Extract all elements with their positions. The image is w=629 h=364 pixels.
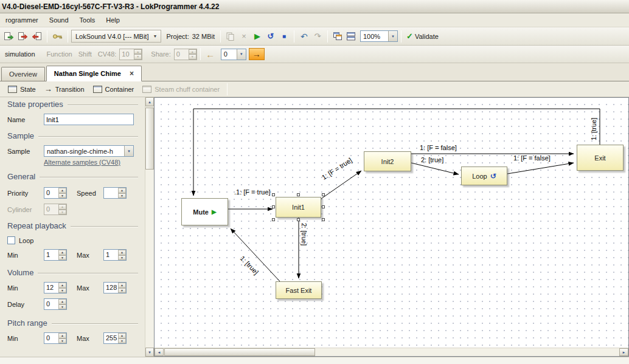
step-down-icon[interactable]: ▼: [58, 288, 66, 294]
menu-programmer[interactable]: rogrammer: [0, 13, 44, 27]
step-up-icon[interactable]: ▲: [118, 250, 126, 255]
open-project-button[interactable]: [2, 29, 16, 44]
step-up-icon[interactable]: ▲: [58, 283, 66, 288]
priority-stepper[interactable]: 0 ▲ ▼: [44, 187, 67, 199]
state-loop[interactable]: Loop ↺: [461, 167, 507, 185]
sample-row: Sample nathan-single-chime-h ▼: [7, 145, 138, 157]
tab-overview[interactable]: Overview: [1, 67, 45, 81]
chevron-down-icon[interactable]: ▼: [388, 31, 397, 41]
loop-label: Loop: [19, 237, 33, 244]
scroll-down-icon[interactable]: ▼: [145, 348, 154, 357]
toolbar-separator: [47, 30, 47, 43]
pitch-min-stepper[interactable]: 0 ▲ ▼: [44, 332, 67, 344]
decoder-type-dropdown[interactable]: LokSound V4.0 [--- MBit] ▼: [71, 30, 161, 43]
alternate-samples-link[interactable]: Alternate samples (CV48): [44, 159, 120, 166]
sample-dropdown[interactable]: nathan-single-chime-h ▼: [44, 145, 134, 157]
chevron-down-icon[interactable]: ▼: [237, 49, 246, 60]
scrollbar-thumb[interactable]: [164, 348, 315, 356]
menu-tools[interactable]: Tools: [74, 13, 101, 27]
toolbar-separator: [200, 48, 201, 60]
scrollbar-track[interactable]: [145, 106, 154, 348]
stepper-buttons: ▲ ▼: [58, 283, 66, 293]
step-down-icon[interactable]: ▼: [58, 338, 66, 344]
scroll-right-icon[interactable]: ►: [619, 348, 628, 356]
transition-label-init2-loop[interactable]: 2: [true]: [421, 156, 443, 163]
selection-handle[interactable]: [272, 218, 275, 221]
selection-handle[interactable]: [322, 205, 325, 208]
step-up-icon[interactable]: ▲: [58, 299, 66, 304]
loop-checkbox[interactable]: [7, 236, 15, 244]
menu-help[interactable]: Help: [100, 13, 125, 27]
transition-label-init1-fastexit[interactable]: 2: [true]: [301, 223, 308, 246]
validate-button[interactable]: ✓ Validate: [405, 29, 440, 44]
step-down-icon[interactable]: ▼: [58, 255, 66, 261]
transition-label-init2-exit[interactable]: 1: [F = false]: [420, 144, 457, 151]
step-up-icon[interactable]: ▲: [118, 333, 126, 338]
delay-stepper[interactable]: 0 ▲ ▼: [44, 298, 67, 310]
state-mute[interactable]: Mute ▶: [181, 198, 228, 225]
selection-handle[interactable]: [322, 218, 325, 221]
transition-loop-exit[interactable]: [507, 163, 574, 174]
state-init2[interactable]: Init2: [364, 151, 411, 171]
step-down-icon[interactable]: ▼: [118, 255, 126, 261]
step-up-icon[interactable]: ▲: [118, 188, 126, 193]
volume-min-stepper[interactable]: 12 ▲ ▼: [44, 282, 67, 294]
volume-max-stepper[interactable]: 128 ▲ ▼: [103, 282, 127, 294]
scroll-up-icon[interactable]: ▲: [145, 97, 154, 106]
repeat-max-stepper[interactable]: 1 ▲ ▼: [103, 249, 127, 261]
step-down-icon[interactable]: ▼: [118, 193, 126, 199]
programmer-connection-button[interactable]: [50, 29, 64, 44]
stop-button[interactable]: ■: [277, 29, 291, 44]
step-up-icon[interactable]: ▲: [58, 188, 66, 193]
step-down-icon[interactable]: ▼: [58, 304, 66, 310]
diagram-canvas[interactable]: Mute ▶ Init1 Init2 Loop ↺ Exit Fast Exit: [154, 97, 629, 357]
menu-sound[interactable]: Sound: [44, 13, 74, 27]
step-down-icon[interactable]: ▼: [58, 193, 66, 199]
scrollbar-track[interactable]: [164, 348, 619, 356]
step-up-icon[interactable]: ▲: [58, 250, 66, 255]
cascade-windows-button[interactable]: [331, 29, 344, 44]
transition-label-mute-init1[interactable]: .1: [F = true]: [234, 188, 271, 196]
pitch-minmax-row: Min 0 ▲ ▼ Max 255 ▲ ▼: [7, 332, 138, 344]
add-state-button[interactable]: State: [4, 84, 40, 94]
write-to-decoder-button[interactable]: [16, 29, 30, 44]
step-index-dropdown[interactable]: 0 ▼: [221, 49, 246, 60]
step-forward-button[interactable]: →: [249, 48, 265, 60]
canvas-horizontal-scrollbar[interactable]: ◄ ►: [155, 348, 628, 356]
play-button[interactable]: ▶: [251, 29, 264, 44]
panel-scrollbar[interactable]: ▲ ▼: [145, 97, 154, 357]
transition-label-exit-mute[interactable]: 1: [true]: [590, 118, 597, 140]
step-up-icon[interactable]: ▲: [58, 333, 66, 338]
state-fast-exit[interactable]: Fast Exit: [276, 281, 322, 299]
tab-nathan-single-chime[interactable]: Nathan Single Chime ×: [46, 66, 142, 81]
step-back-button[interactable]: ←: [204, 47, 217, 61]
speed-stepper[interactable]: ▲ ▼: [103, 187, 127, 199]
step-down-icon[interactable]: ▼: [118, 288, 126, 294]
selection-handle[interactable]: [272, 205, 275, 208]
stepper-buttons: ▲ ▼: [118, 283, 126, 293]
add-container-button[interactable]: Container: [89, 84, 139, 94]
undo-button[interactable]: ↶: [297, 29, 311, 44]
chevron-down-icon[interactable]: ▼: [124, 146, 133, 156]
transition-init2-loop[interactable]: [411, 163, 459, 174]
scroll-left-icon[interactable]: ◄: [155, 348, 164, 356]
pitch-max-stepper[interactable]: 255 ▲ ▼: [103, 332, 127, 344]
step-down-icon[interactable]: ▼: [118, 338, 126, 344]
add-transition-button[interactable]: → Transition: [40, 84, 89, 94]
selection-handle[interactable]: [322, 193, 325, 196]
scrollbar-thumb[interactable]: [145, 108, 154, 170]
selection-handle[interactable]: [297, 193, 300, 196]
transition-label-loop-exit[interactable]: 1: [F = false]: [513, 154, 551, 162]
selection-handle[interactable]: [297, 218, 300, 221]
name-input[interactable]: [44, 114, 134, 125]
loop-playback-button[interactable]: ↺: [264, 29, 277, 44]
title-bar[interactable]: V4.0-Diesel-EMD-16cyl-567C-FT-V3-R3 - Lo…: [0, 0, 629, 13]
step-up-icon[interactable]: ▲: [118, 283, 126, 288]
state-exit[interactable]: Exit: [577, 145, 624, 171]
read-from-decoder-button[interactable]: [30, 29, 44, 44]
repeat-min-stepper[interactable]: 1 ▲ ▼: [44, 249, 67, 261]
tile-windows-button[interactable]: [344, 29, 358, 44]
selection-handle[interactable]: [272, 193, 275, 196]
close-tab-icon[interactable]: ×: [130, 69, 134, 78]
zoom-dropdown[interactable]: 100% ▼: [360, 30, 398, 42]
